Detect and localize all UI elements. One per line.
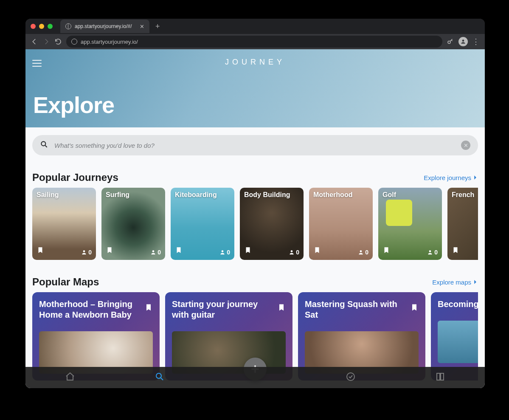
nav-search[interactable] [155,372,165,383]
member-count: 0 [150,249,161,256]
section-title-maps: Popular Maps [32,276,99,288]
key-icon[interactable] [447,38,454,45]
svg-point-0 [448,41,450,44]
browser-menu-button[interactable]: ⋮ [472,37,480,46]
svg-point-1 [462,39,464,42]
journey-card[interactable]: French [447,188,478,260]
svg-point-5 [222,250,224,252]
search-input[interactable] [54,142,455,149]
bookmark-icon[interactable] [175,246,183,256]
journey-title: Sailing [37,191,59,199]
app-viewport: JOURNEY Explore ✕ Popular Journeys Explo… [25,49,485,388]
journey-card[interactable]: Kiteboarding0 [171,188,234,260]
nav-check[interactable] [346,372,356,383]
search-icon [155,372,165,382]
home-icon [65,372,75,382]
svg-point-9 [156,373,161,378]
section-title-journeys: Popular Journeys [32,172,118,183]
map-title: Becoming Kiteboarde [438,299,478,310]
journey-title: Kiteboarding [175,191,217,199]
bookmark-icon[interactable] [277,303,286,313]
map-preview-image [438,321,478,363]
map-title: Mastering Squash with Sat [305,299,419,320]
minimize-window-button[interactable] [39,24,44,29]
nav-home[interactable] [65,372,75,383]
journey-title: Golf [382,191,396,199]
window-controls [31,24,53,29]
member-count: 0 [427,249,438,256]
clear-search-button[interactable]: ✕ [461,141,470,150]
book-icon [435,372,445,382]
svg-point-2 [41,141,45,146]
nav-bookmarks[interactable] [435,372,445,383]
explore-maps-link[interactable]: Explore maps [432,279,478,286]
journey-card[interactable]: Body Building0 [240,188,304,260]
journey-card[interactable]: Motherhood0 [309,188,373,260]
bookmark-icon[interactable] [144,303,153,313]
tab-title: app.startyourjourney.io/#/ [75,23,132,29]
journey-card[interactable]: Surfing0 [101,188,165,260]
journey-card[interactable]: Sailing0 [32,188,96,260]
bookmark-icon[interactable] [106,246,113,256]
member-count: 0 [219,249,230,256]
member-count: 0 [289,249,299,256]
map-title: Starting your journey with guitar [172,299,286,320]
journey-row[interactable]: Sailing0Surfing0Kiteboarding0Body Buildi… [32,188,478,260]
journey-title: Surfing [106,191,129,199]
back-button[interactable] [31,38,38,45]
member-count: 0 [81,249,92,256]
browser-tab-bar: app.startyourjourney.io/#/ ✕ + [25,19,485,34]
chevron-right-icon [472,279,478,285]
svg-point-7 [360,250,362,252]
address-bar[interactable]: app.startyourjourney.io/ [66,36,442,48]
url-text: app.startyourjourney.io/ [81,39,138,45]
browser-tab[interactable]: app.startyourjourney.io/#/ ✕ [60,20,149,33]
member-count: 0 [358,249,368,256]
journey-card[interactable]: Golf0 [378,188,442,260]
map-title: Motherhood – Bringing Home a Newborn Bab… [39,299,153,320]
explore-journeys-link[interactable]: Explore journeys [424,174,478,181]
bottom-nav [25,367,485,388]
bookmark-icon[interactable] [244,246,252,256]
globe-icon [65,23,71,29]
svg-point-10 [347,373,354,381]
app-brand: JOURNEY [225,58,285,67]
check-circle-icon [346,372,356,382]
forward-button[interactable] [42,38,50,45]
svg-point-8 [429,250,431,252]
bookmark-icon[interactable] [37,246,44,256]
search-icon [40,140,48,150]
svg-point-3 [83,250,85,252]
bookmark-icon[interactable] [382,246,390,256]
journey-title: Body Building [244,191,290,199]
globe-icon [71,39,77,45]
search-bar[interactable]: ✕ [32,135,478,155]
hamburger-menu-button[interactable] [32,58,42,69]
browser-toolbar: app.startyourjourney.io/ ⋮ [25,34,485,49]
chevron-right-icon [472,175,478,180]
profile-button[interactable] [458,37,468,46]
journey-title: French [452,191,474,199]
bookmark-icon[interactable] [410,303,419,313]
svg-point-4 [152,250,155,252]
page-title: Explore [33,92,114,118]
close-window-button[interactable] [31,24,36,29]
maximize-window-button[interactable] [48,24,53,29]
close-tab-button[interactable]: ✕ [140,23,144,30]
new-tab-button[interactable]: + [155,22,160,31]
journey-title: Motherhood [313,191,352,199]
bookmark-icon[interactable] [452,246,459,256]
reload-button[interactable] [54,38,62,45]
bookmark-icon[interactable] [313,246,321,256]
svg-point-6 [291,250,293,252]
app-header: JOURNEY Explore [25,49,485,127]
